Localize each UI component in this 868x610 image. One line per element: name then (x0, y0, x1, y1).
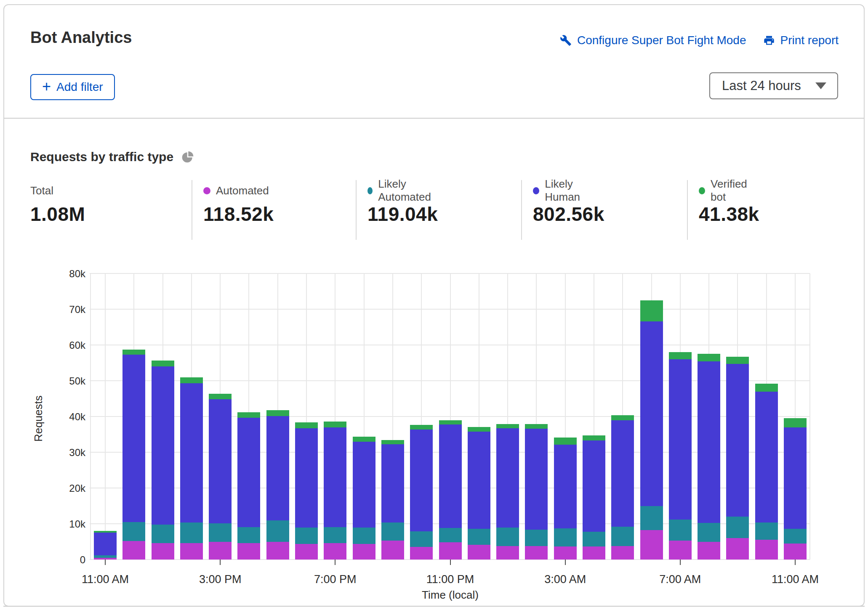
bar-segment-likely-human[interactable] (468, 432, 490, 529)
bar-segment-verified-bot[interactable] (726, 357, 749, 364)
bar-segment-verified-bot[interactable] (266, 410, 289, 416)
bar-segment-automated[interactable] (381, 541, 404, 560)
bar-segment-automated[interactable] (94, 558, 117, 560)
bar-segment-verified-bot[interactable] (209, 394, 232, 400)
bar-segment-likely-human[interactable] (266, 416, 289, 520)
bar-segment-likely-automated[interactable] (152, 525, 174, 543)
bar-segment-automated[interactable] (669, 541, 692, 560)
bar-segment-automated[interactable] (410, 547, 433, 560)
bar-segment-likely-human[interactable] (209, 399, 232, 523)
bar-segment-automated[interactable] (237, 543, 260, 560)
bar-segment-likely-human[interactable] (755, 392, 778, 522)
bar-segment-verified-bot[interactable] (496, 424, 519, 428)
bar-segment-likely-human[interactable] (353, 442, 375, 528)
bar-segment-verified-bot[interactable] (611, 415, 634, 420)
bar-segment-automated[interactable] (525, 546, 548, 560)
bar-segment-automated[interactable] (726, 538, 749, 560)
bar-segment-verified-bot[interactable] (468, 427, 490, 432)
bar-segment-automated[interactable] (698, 542, 720, 560)
bar-segment-verified-bot[interactable] (410, 425, 433, 429)
bar-segment-verified-bot[interactable] (554, 438, 577, 445)
bar-segment-verified-bot[interactable] (295, 422, 318, 428)
bar-segment-likely-human[interactable] (381, 444, 404, 522)
bar-segment-verified-bot[interactable] (237, 412, 260, 418)
bar-segment-verified-bot[interactable] (381, 440, 404, 444)
bar-segment-likely-automated[interactable] (583, 532, 605, 547)
bar-segment-likely-human[interactable] (496, 428, 519, 528)
bar-segment-likely-human[interactable] (554, 445, 577, 528)
bar-segment-automated[interactable] (353, 544, 375, 560)
bar-segment-likely-automated[interactable] (496, 528, 519, 546)
bar-segment-likely-automated[interactable] (669, 520, 692, 541)
bar-segment-automated[interactable] (468, 545, 490, 560)
bar-segment-likely-human[interactable] (324, 427, 346, 527)
bar-segment-likely-automated[interactable] (640, 506, 663, 530)
bar-segment-likely-automated[interactable] (209, 523, 232, 541)
bar-segment-likely-human[interactable] (94, 533, 117, 555)
bar-segment-likely-human[interactable] (180, 383, 203, 522)
bar-segment-automated[interactable] (152, 543, 174, 560)
bar-segment-automated[interactable] (784, 544, 807, 560)
bar-segment-verified-bot[interactable] (583, 435, 605, 440)
bar-segment-likely-automated[interactable] (755, 522, 778, 540)
bar-segment-verified-bot[interactable] (698, 354, 720, 361)
bar-segment-verified-bot[interactable] (122, 350, 145, 355)
bar-segment-verified-bot[interactable] (353, 437, 375, 441)
bar-segment-verified-bot[interactable] (94, 531, 117, 533)
bar-segment-likely-automated[interactable] (295, 528, 318, 544)
bar-segment-likely-automated[interactable] (324, 527, 346, 543)
bar-segment-automated[interactable] (554, 546, 577, 560)
bar-segment-likely-automated[interactable] (353, 528, 375, 544)
bar-segment-likely-automated[interactable] (726, 517, 749, 538)
bar-segment-likely-automated[interactable] (468, 529, 490, 545)
bar-segment-likely-automated[interactable] (180, 522, 203, 543)
bar-segment-likely-human[interactable] (122, 355, 145, 522)
bar-segment-likely-human[interactable] (295, 428, 318, 528)
bar-segment-likely-human[interactable] (237, 418, 260, 527)
bar-segment-automated[interactable] (583, 546, 605, 560)
bar-segment-automated[interactable] (324, 543, 346, 560)
bar-segment-likely-human[interactable] (410, 430, 433, 531)
bar-segment-likely-human[interactable] (611, 420, 634, 527)
bar-segment-likely-automated[interactable] (611, 527, 634, 546)
bar-segment-likely-human[interactable] (698, 361, 720, 523)
bar-segment-verified-bot[interactable] (640, 300, 663, 321)
bar-segment-likely-human[interactable] (152, 366, 174, 525)
bar-segment-likely-automated[interactable] (784, 529, 807, 544)
bar-segment-likely-automated[interactable] (525, 530, 548, 546)
bar-segment-likely-human[interactable] (669, 359, 692, 520)
bar-segment-automated[interactable] (209, 542, 232, 560)
bar-segment-verified-bot[interactable] (784, 418, 807, 427)
bar-segment-verified-bot[interactable] (669, 352, 692, 359)
bar-segment-automated[interactable] (266, 542, 289, 560)
bar-segment-automated[interactable] (122, 541, 145, 560)
bar-segment-automated[interactable] (611, 546, 634, 560)
bar-segment-verified-bot[interactable] (152, 361, 174, 366)
bar-segment-automated[interactable] (496, 546, 519, 560)
bar-segment-verified-bot[interactable] (324, 422, 346, 427)
bar-segment-likely-human[interactable] (439, 424, 462, 528)
bar-segment-automated[interactable] (640, 530, 663, 560)
bar-segment-likely-human[interactable] (525, 429, 548, 530)
bar-segment-likely-automated[interactable] (410, 531, 433, 547)
bar-segment-likely-human[interactable] (583, 440, 605, 532)
bar-segment-likely-automated[interactable] (554, 528, 577, 546)
bar-segment-automated[interactable] (439, 542, 462, 560)
bar-segment-likely-automated[interactable] (381, 522, 404, 541)
bar-segment-likely-automated[interactable] (439, 528, 462, 542)
bar-segment-automated[interactable] (295, 544, 318, 560)
bar-segment-verified-bot[interactable] (439, 420, 462, 424)
bar-segment-likely-human[interactable] (784, 427, 807, 529)
bar-segment-likely-human[interactable] (640, 321, 663, 506)
bar-segment-verified-bot[interactable] (525, 424, 548, 429)
bar-segment-likely-automated[interactable] (266, 520, 289, 542)
bar-segment-verified-bot[interactable] (755, 384, 778, 392)
bar-segment-verified-bot[interactable] (180, 377, 203, 383)
bar-segment-likely-automated[interactable] (94, 555, 117, 558)
bar-segment-likely-automated[interactable] (698, 523, 720, 542)
bar-segment-automated[interactable] (180, 543, 203, 560)
bar-segment-likely-human[interactable] (726, 364, 749, 517)
bar-segment-likely-automated[interactable] (122, 522, 145, 541)
bar-segment-automated[interactable] (755, 540, 778, 560)
bar-segment-likely-automated[interactable] (237, 527, 260, 543)
